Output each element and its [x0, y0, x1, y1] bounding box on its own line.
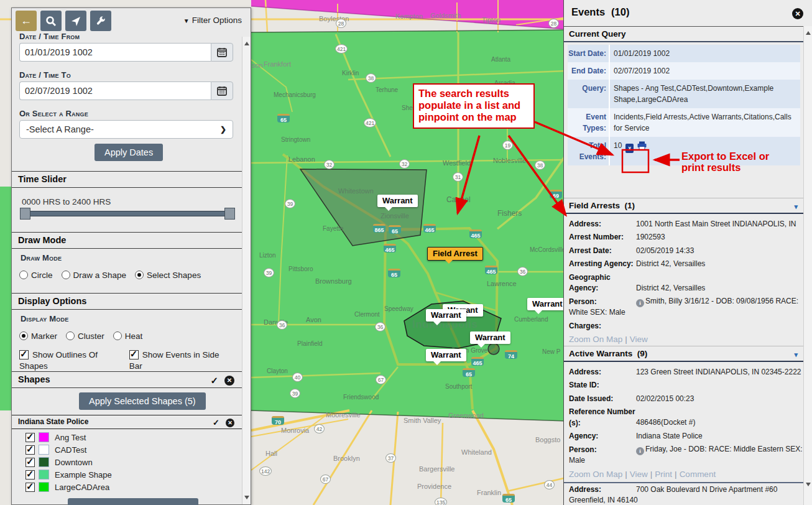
date-to-input[interactable] — [19, 81, 211, 100]
check-all-shapes-icon[interactable]: ✓ — [210, 375, 218, 386]
apply-selected-shapes-button[interactable]: Apply Selected Shapes (5) — [79, 392, 206, 410]
checkbox[interactable] — [19, 350, 29, 359]
link-comment[interactable]: Comment — [680, 470, 716, 479]
events-panel-header: Events(10) ✕ — [564, 0, 812, 26]
checkbox[interactable] — [25, 483, 35, 492]
shape-color-swatch — [39, 470, 49, 480]
print-icon[interactable] — [637, 141, 647, 153]
detail-label: State ID: — [569, 380, 636, 391]
detail-label: Person: — [569, 297, 636, 307]
time-slider-track[interactable] — [21, 211, 234, 216]
cluster-circle-marker — [488, 343, 499, 354]
date-from-calendar-button[interactable] — [211, 43, 233, 62]
active-warrants-header[interactable]: Active Warrants (9) ▾ — [564, 346, 804, 362]
shape-color-swatch — [39, 445, 49, 455]
scroll-up-icon[interactable] — [806, 31, 811, 35]
display-checkbox-item: Show Events in Side Bar — [129, 349, 236, 371]
checkbox[interactable] — [25, 445, 35, 455]
field-arrests-header[interactable]: Field Arrests (1) ▾ — [564, 198, 804, 214]
route-shield: 38 — [366, 73, 376, 83]
warrant-marker[interactable]: Warrant — [426, 309, 466, 322]
detail-value: 02/02/2015 00:23 — [636, 394, 694, 403]
query-row: Total Events:10x — [568, 137, 800, 165]
range-select[interactable]: -Select A Range- ❯ — [19, 120, 233, 139]
back-button[interactable]: ← — [16, 11, 37, 31]
range-select-value: -Select A Range- — [26, 124, 94, 134]
left-panel-scrollbar[interactable] — [242, 37, 251, 504]
scroll-down-icon[interactable] — [244, 496, 249, 499]
scroll-down-icon[interactable] — [806, 483, 811, 486]
link-zoom-on-map[interactable]: Zoom On Map — [569, 335, 622, 344]
interstate-shield: 465 — [384, 244, 396, 253]
detail-row: Reference Number (s):486486(Docket #) — [564, 405, 804, 430]
radio-select-shapes[interactable] — [135, 271, 144, 279]
checkbox[interactable] — [25, 458, 35, 467]
field-arrest-marker[interactable]: Field Arrest — [427, 247, 483, 261]
time-slider-handle-end[interactable] — [224, 208, 235, 220]
detail-value: District 42, Versailles — [636, 259, 705, 268]
radio-circle[interactable] — [19, 271, 28, 279]
chevron-down-icon: ▼ — [183, 17, 190, 24]
query-row: Query:Shapes - Ang Test,CADTest,Downtown… — [568, 80, 800, 108]
locate-button[interactable] — [65, 11, 86, 31]
warrant-marker[interactable]: Warrant — [527, 298, 568, 310]
search-button[interactable] — [40, 11, 62, 31]
link-separator: | — [625, 470, 627, 479]
warrant-marker[interactable]: Warrant — [426, 349, 466, 361]
display-checkbox-group: Show Outlines Of ShapesShow Events in Si… — [19, 349, 241, 371]
clear-shapes-icon[interactable]: ✕ — [224, 376, 234, 386]
link-zoom-on-map[interactable]: Zoom On Map — [569, 470, 622, 479]
scroll-up-icon[interactable] — [244, 42, 249, 45]
date-from-label: Date / Time From — [19, 32, 80, 41]
filter-options-toggle[interactable]: ▼Filter Options — [183, 16, 242, 25]
range-label: Or Select a Range — [19, 109, 88, 118]
interstate-shield: 65 — [277, 114, 290, 123]
radio-marker[interactable] — [19, 331, 28, 340]
interstate-shield: 74 — [505, 350, 517, 359]
interstate-shield: 69 — [550, 190, 562, 198]
date-from-input[interactable] — [19, 43, 211, 62]
collapse-chevron-icon[interactable]: ▾ — [794, 351, 798, 359]
shape-name: Example Shape — [55, 470, 112, 480]
detail-value: 02/05/2019 14:33 — [636, 246, 694, 255]
radio-heat[interactable] — [113, 331, 122, 340]
route-shield: 32 — [324, 160, 334, 169]
shape-cadtest-polygon — [300, 169, 427, 246]
clear-group-icon[interactable]: ✕ — [226, 419, 234, 427]
warrant-marker[interactable]: Warrant — [470, 331, 510, 344]
detail-row: Geographic Agency:District 42, Versaille… — [564, 271, 804, 295]
apply-dates-button[interactable]: Apply Dates — [95, 144, 163, 161]
collapse-chevron-icon[interactable]: ▾ — [794, 203, 798, 211]
radio-cluster[interactable] — [66, 331, 75, 340]
warrant-marker[interactable]: Warrant — [377, 195, 418, 207]
detail-row: Address:123 Green Street INDIANAPOLIS, I… — [564, 366, 804, 379]
checkbox[interactable] — [25, 433, 35, 442]
check-group-icon[interactable]: ✓ — [213, 418, 219, 427]
display-mode-label: Display Mode — [21, 314, 68, 323]
detail-label: Agency: — [569, 431, 636, 442]
link-print[interactable]: Print — [655, 470, 672, 479]
right-panel-scrollbar[interactable] — [803, 26, 812, 505]
shape-color-swatch — [39, 457, 49, 467]
interstate-shield: 865 — [373, 224, 385, 233]
checkbox[interactable] — [129, 350, 139, 359]
route-shield: 28 — [336, 19, 346, 28]
partial-button-below[interactable] — [68, 498, 198, 505]
route-shield: 421 — [335, 44, 348, 53]
link-view[interactable]: View — [630, 335, 648, 344]
tools-button[interactable] — [90, 11, 111, 31]
date-to-calendar-button[interactable] — [211, 81, 233, 100]
current-query-table: Start Date:01/01/2019 1002End Date:02/07… — [568, 45, 800, 165]
link-view[interactable]: View — [630, 470, 648, 479]
close-icon[interactable]: ✕ — [792, 8, 803, 19]
field-arrest-entry: Address:1001 North East Main Street INDI… — [564, 218, 804, 348]
info-icon[interactable]: i — [636, 447, 644, 455]
shape-name: Downtown — [55, 458, 93, 467]
checkbox[interactable] — [25, 470, 35, 480]
radio-draw-a-shape[interactable] — [62, 271, 70, 279]
export-excel-icon[interactable]: x — [625, 144, 634, 153]
time-slider-handle-start[interactable] — [20, 208, 30, 220]
info-icon[interactable]: i — [636, 299, 644, 307]
route-shield: 38 — [535, 160, 545, 170]
shape-row: Ang Test — [25, 431, 86, 443]
